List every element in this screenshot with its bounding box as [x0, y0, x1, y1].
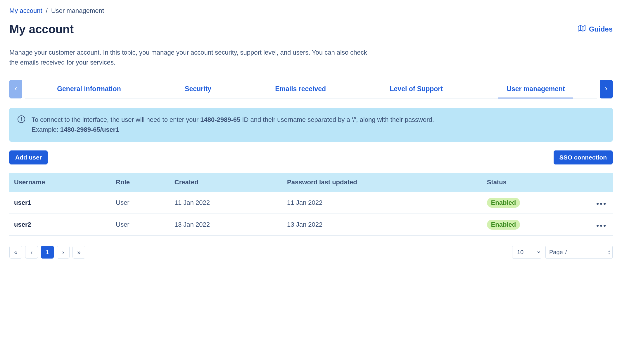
cell-status: Enabled — [482, 214, 589, 236]
page-next-button[interactable]: › — [57, 246, 70, 259]
pager: « ‹ 1 › » — [9, 246, 85, 259]
chevron-right-icon — [604, 86, 609, 92]
users-table: Username Role Created Password last upda… — [9, 173, 613, 236]
page-separator: / — [565, 249, 567, 256]
col-actions — [589, 173, 613, 192]
col-password-updated: Password last updated — [282, 173, 482, 192]
cell-role: User — [111, 214, 170, 236]
svg-marker-0 — [578, 25, 585, 31]
cell-created: 13 Jan 2022 — [170, 214, 282, 236]
cell-status: Enabled — [482, 192, 589, 214]
info-message: To connect to the interface, the user wi… — [32, 115, 434, 135]
breadcrumb-current: User management — [51, 7, 104, 14]
info-icon: i — [18, 115, 25, 123]
page-1-button[interactable]: 1 — [41, 246, 54, 259]
cell-username: user2 — [9, 214, 111, 236]
guides-link[interactable]: Guides — [578, 25, 613, 34]
tab-general-information[interactable]: General information — [49, 80, 129, 98]
account-id: 1480-2989-65 — [200, 116, 240, 123]
tab-security[interactable]: Security — [177, 80, 220, 98]
col-username: Username — [9, 173, 111, 192]
chevron-left-icon — [13, 86, 18, 92]
cell-username: user1 — [9, 192, 111, 214]
stepper-icon[interactable]: ▲▼ — [608, 249, 611, 255]
breadcrumb-separator: / — [46, 7, 48, 14]
status-badge: Enabled — [487, 220, 520, 230]
cell-role: User — [111, 192, 170, 214]
tab-user-management[interactable]: User management — [498, 80, 573, 98]
page-prev-button[interactable]: ‹ — [25, 246, 38, 259]
add-user-button[interactable]: Add user — [9, 150, 48, 164]
page-title: My account — [9, 23, 74, 36]
tabs-scroll-left-button[interactable] — [9, 80, 22, 98]
breadcrumb-root[interactable]: My account — [9, 7, 42, 14]
page-jump-input[interactable]: Page / ▲▼ — [545, 246, 613, 259]
page-subtitle: Manage your customer account. In this to… — [9, 48, 372, 67]
status-badge: Enabled — [487, 198, 520, 208]
tab-emails-received[interactable]: Emails received — [267, 80, 334, 98]
info-banner: i To connect to the interface, the user … — [9, 108, 613, 142]
cell-password-updated: 11 Jan 2022 — [282, 192, 482, 214]
page-label: Page — [549, 249, 563, 256]
tabs-scroll-right-button[interactable] — [600, 80, 613, 98]
sso-connection-button[interactable]: SSO connection — [554, 150, 613, 164]
tabs: General information Security Emails rece… — [25, 80, 597, 98]
row-actions-menu[interactable] — [597, 203, 606, 205]
breadcrumb: My account / User management — [9, 7, 613, 15]
page-last-button[interactable]: » — [72, 246, 85, 259]
table-row: user1 User 11 Jan 2022 11 Jan 2022 Enabl… — [9, 192, 613, 214]
map-icon — [578, 25, 585, 34]
page-size-select[interactable]: 10 — [512, 246, 541, 259]
tab-level-of-support[interactable]: Level of Support — [382, 80, 451, 98]
col-role: Role — [111, 173, 170, 192]
col-created: Created — [170, 173, 282, 192]
row-actions-menu[interactable] — [597, 225, 606, 227]
example-login: 1480-2989-65/user1 — [60, 126, 119, 133]
cell-password-updated: 13 Jan 2022 — [282, 214, 482, 236]
col-status: Status — [482, 173, 589, 192]
page-first-button[interactable]: « — [9, 246, 22, 259]
cell-created: 11 Jan 2022 — [170, 192, 282, 214]
table-row: user2 User 13 Jan 2022 13 Jan 2022 Enabl… — [9, 214, 613, 236]
guides-label: Guides — [589, 25, 613, 33]
